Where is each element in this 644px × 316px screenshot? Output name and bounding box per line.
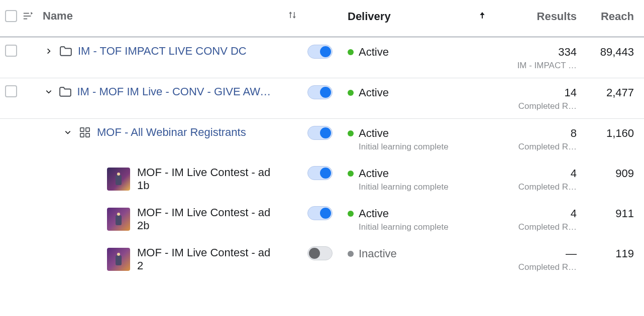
header-delivery[interactable]: Delivery [348, 10, 391, 23]
table-header-row: Name Delivery Results [0, 0, 644, 38]
header-reach[interactable]: Reach [601, 10, 634, 23]
table-row: MOF - IM Live Contest - ad 2b Active Ini… [0, 199, 644, 239]
reach-value: 1,160 [589, 127, 634, 140]
ad-thumbnail [107, 168, 130, 191]
results-subtext: Completed R… [498, 142, 577, 152]
ad-name-link[interactable]: MOF - IM Live Contest - ad 1b [137, 166, 272, 192]
campaign-name-link[interactable]: IM - MOF IM Live - CONV - GIVE AWA… [77, 85, 272, 98]
chevron-down-icon[interactable] [62, 129, 74, 136]
status-dot-icon [348, 90, 354, 96]
status-dot-icon [348, 171, 354, 177]
ad-name-link[interactable]: MOF - IM Live Contest - ad 2 [137, 246, 272, 272]
status-toggle[interactable] [307, 166, 333, 180]
status-substatus: Initial learning complete [359, 182, 478, 192]
sort-name-icon[interactable] [288, 11, 297, 22]
status-toggle[interactable] [307, 246, 333, 260]
table-row: MOF - IM Live Contest - ad 1b Active Ini… [0, 159, 644, 199]
status-dot-icon [348, 211, 354, 217]
results-value: 14 [498, 86, 577, 99]
status-text: Active [359, 167, 389, 180]
results-value: 334 [498, 46, 577, 59]
sort-delivery-icon[interactable] [478, 11, 486, 22]
chevron-down-icon[interactable] [43, 88, 54, 95]
chevron-right-icon[interactable] [43, 48, 55, 55]
ad-name-link[interactable]: MOF - IM Live Contest - ad 2b [137, 206, 272, 232]
table-row: MOF - IM Live Contest - ad 2 Inactive — … [0, 239, 644, 279]
results-subtext: Completed R… [498, 182, 577, 192]
results-value: 8 [498, 127, 577, 140]
results-subtext: Completed R… [498, 262, 577, 272]
sort-settings-icon[interactable] [23, 11, 43, 22]
ad-thumbnail [107, 248, 130, 271]
status-toggle[interactable] [307, 85, 333, 99]
ad-thumbnail [107, 208, 130, 231]
results-value: 4 [498, 167, 577, 180]
reach-value: 911 [589, 207, 634, 220]
svg-marker-1 [31, 12, 33, 15]
folder-icon [58, 86, 72, 97]
table-row: IM - TOF IMPACT LIVE CONV DC Active 334 … [0, 38, 644, 78]
svg-rect-8 [86, 128, 89, 131]
svg-rect-10 [86, 133, 89, 137]
status-dot-icon [348, 251, 354, 257]
results-subtext: Completed R… [498, 222, 577, 232]
row-checkbox[interactable] [5, 45, 17, 57]
header-results[interactable]: Results [537, 10, 577, 23]
reach-value: 89,443 [589, 46, 634, 59]
results-subtext: Completed R… [498, 101, 577, 111]
results-value: — [498, 247, 577, 260]
status-dot-icon [348, 130, 354, 136]
folder-icon [59, 46, 73, 57]
status-text: Active [359, 86, 389, 99]
header-name[interactable]: Name [43, 10, 73, 23]
reach-value: 909 [589, 167, 634, 180]
reach-value: 119 [589, 247, 634, 260]
row-checkbox[interactable] [5, 85, 17, 97]
status-dot-icon [348, 49, 354, 55]
status-text: Active [359, 127, 389, 140]
status-substatus: Initial learning complete [359, 222, 478, 232]
results-value: 4 [498, 207, 577, 220]
adset-name-link[interactable]: MOF - All Webinar Registrants [97, 126, 246, 139]
adset-grid-icon [78, 127, 92, 138]
status-text: Active [359, 46, 389, 59]
reach-value: 2,477 [589, 86, 634, 99]
ads-table: Name Delivery Results [0, 0, 644, 279]
campaign-name-link[interactable]: IM - TOF IMPACT LIVE CONV DC [78, 45, 247, 58]
status-substatus: Initial learning complete [359, 142, 478, 152]
status-toggle[interactable] [307, 206, 333, 220]
status-toggle[interactable] [307, 126, 333, 140]
svg-rect-9 [80, 133, 84, 137]
results-subtext: IM - IMPACT … [498, 61, 577, 71]
table-row: MOF - All Webinar Registrants Active Ini… [0, 119, 644, 159]
table-row: IM - MOF IM Live - CONV - GIVE AWA… Acti… [0, 78, 644, 119]
select-all-checkbox[interactable] [5, 10, 17, 22]
status-text: Active [359, 207, 389, 220]
status-toggle[interactable] [307, 45, 333, 59]
status-text: Inactive [359, 247, 397, 260]
svg-rect-7 [80, 128, 84, 131]
